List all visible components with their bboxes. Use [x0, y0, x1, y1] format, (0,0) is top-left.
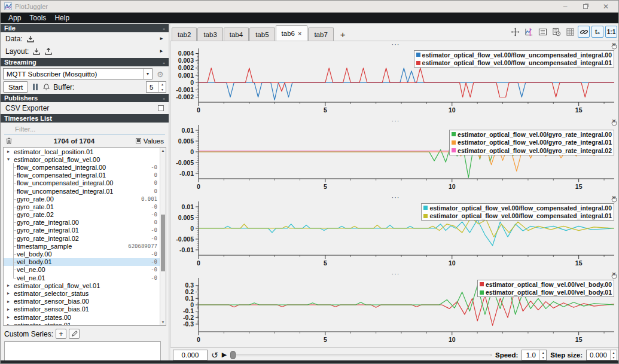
tab-tab4[interactable]: tab4: [224, 27, 249, 41]
tab-tab6[interactable]: tab6×: [276, 25, 308, 41]
slider-handle[interactable]: [230, 351, 236, 359]
tree-item[interactable]: flow_uncompensated_integral.000: [4, 179, 166, 187]
close-button[interactable]: ✕: [596, 1, 616, 13]
legend-entry[interactable]: estimator_optical_flow_vel.00/gyro_rate_…: [452, 130, 612, 139]
tree-item[interactable]: ▸estimator_selector_status: [4, 289, 166, 297]
plot-close-icon[interactable]: ×: [612, 118, 616, 124]
collapse-icon[interactable]: -: [163, 94, 165, 102]
pause-icon[interactable]: [31, 84, 39, 90]
tree-item[interactable]: ▸estimator_optical_flow_vel.01: [4, 282, 166, 289]
layout-load-icon[interactable]: [32, 47, 41, 56]
tree-collapsed-icon[interactable]: ▸: [7, 290, 14, 296]
play-icon[interactable]: ▶: [222, 351, 227, 359]
legend-entry[interactable]: estimator_optical_flow_vel.00/flow_uncom…: [416, 51, 612, 59]
grid-icon[interactable]: [564, 26, 576, 38]
legend-entry[interactable]: estimator_optical_flow_vel.00/flow_compe…: [423, 204, 612, 212]
tree-item[interactable]: gyro_rate.01-0: [4, 203, 166, 210]
tab-close-icon[interactable]: ×: [298, 30, 301, 37]
tree-item[interactable]: vel_ne.00-0: [4, 266, 166, 274]
speed-spinbox[interactable]: 1.0 ▲▼: [522, 350, 547, 360]
notifications-bell-icon[interactable]: [42, 83, 50, 91]
snapshot-icon[interactable]: [550, 26, 562, 38]
tab-tab5[interactable]: tab5: [249, 27, 275, 41]
tree-item[interactable]: ▸estimator_states.00: [4, 313, 166, 321]
tree-collapsed-icon[interactable]: ▸: [7, 283, 14, 288]
ratio-icon[interactable]: 1:1: [605, 26, 617, 38]
tree-item[interactable]: ▾estimator_optical_flow_vel.00: [4, 155, 166, 163]
spin-down-icon[interactable]: ▼: [611, 355, 617, 360]
tree-collapsed-icon[interactable]: ▸: [7, 314, 14, 320]
spin-up-icon[interactable]: ▲: [611, 350, 617, 355]
tree-collapsed-icon[interactable]: ▸: [7, 322, 14, 326]
section-header-publishers[interactable]: Publishers -: [1, 94, 169, 102]
tree-scrollbar[interactable]: ▲ ▼: [160, 148, 166, 325]
values-indicator-icon[interactable]: [136, 138, 141, 143]
streaming-settings-gear-icon[interactable]: ⚙: [157, 71, 165, 79]
tree-item[interactable]: ▸estimator_local_position.01: [4, 148, 166, 155]
tree-expanded-icon[interactable]: ▾: [7, 157, 14, 162]
minimize-button[interactable]: –: [555, 1, 575, 13]
restore-button[interactable]: [575, 1, 596, 13]
scroll-up-icon[interactable]: ▲: [160, 148, 166, 154]
loop-icon[interactable]: ↺: [211, 350, 218, 360]
legend-entry[interactable]: estimator_optical_flow_vel.00/gyro_rate_…: [452, 146, 612, 155]
plot-title-dots[interactable]: ···: [171, 41, 619, 48]
tree-item[interactable]: gyro_rate_integral.01-0: [4, 227, 166, 234]
tree-item[interactable]: flow_compensated_integral.00-0: [4, 163, 166, 171]
edit-custom-series-button[interactable]: [69, 329, 80, 339]
start-button[interactable]: Start: [3, 81, 28, 93]
tree-item[interactable]: vel_body.01-0: [4, 258, 166, 266]
tree-item[interactable]: vel_ne.01-0: [4, 274, 166, 282]
tree-item[interactable]: vel_body.00-0: [4, 250, 166, 258]
legend-entry[interactable]: estimator_optical_flow_vel.00/flow_compe…: [423, 212, 612, 221]
csv-exporter-checkbox[interactable]: [158, 105, 164, 111]
tree-collapsed-icon[interactable]: ▸: [7, 307, 14, 312]
tab-tab7[interactable]: tab7: [308, 27, 333, 41]
time-offset-icon[interactable]: t₀: [591, 26, 603, 38]
legend-toggle-icon[interactable]: [536, 26, 548, 38]
plot-close-icon[interactable]: ×: [612, 271, 616, 277]
tree-item[interactable]: ▸estimator_sensor_bias.01: [4, 305, 166, 313]
menu-item-tools[interactable]: Tools: [25, 14, 50, 22]
collapse-icon[interactable]: -: [163, 59, 165, 66]
menu-item-app[interactable]: App: [4, 14, 25, 22]
legend-entry[interactable]: estimator_optical_flow_vel.00/vel_body.0…: [480, 289, 612, 297]
delete-trash-icon[interactable]: [5, 137, 13, 145]
section-header-timeseries[interactable]: Timeseries List: [1, 114, 169, 123]
data-load-icon[interactable]: [26, 35, 35, 43]
time-display[interactable]: 0.000: [173, 350, 208, 360]
link-axes-icon[interactable]: [578, 26, 590, 38]
spin-down-icon[interactable]: ▼: [159, 87, 166, 93]
tree-item[interactable]: gyro_rate_integral.000: [4, 219, 166, 227]
filter-input[interactable]: Filter...: [4, 124, 165, 134]
streaming-source-select[interactable]: MQTT Subscriber (Mosquitto) ▾: [3, 68, 153, 79]
scroll-down-icon[interactable]: ▼: [160, 319, 166, 325]
tab-tab3[interactable]: tab3: [197, 27, 222, 41]
collapse-icon[interactable]: -: [163, 25, 165, 32]
menu-item-help[interactable]: Help: [50, 14, 74, 22]
tree-item[interactable]: gyro_rate.000.001: [4, 195, 166, 203]
section-header-streaming[interactable]: Streaming -: [1, 58, 169, 66]
add-custom-series-button[interactable]: +: [56, 329, 66, 339]
step-size-spinbox[interactable]: 0.000 ▲▼: [586, 350, 617, 360]
scrollbar-thumb[interactable]: [161, 215, 165, 271]
section-header-file[interactable]: File -: [1, 24, 169, 32]
tree-item[interactable]: flow_compensated_integral.010: [4, 172, 166, 179]
layout-submenu-icon[interactable]: ►: [159, 48, 164, 54]
plot-title-dots[interactable]: ···: [171, 270, 619, 277]
legend-entry[interactable]: estimator_optical_flow_vel.00/flow_uncom…: [416, 59, 612, 68]
legend-entry[interactable]: estimator_optical_flow_vel.00/vel_body.0…: [480, 280, 612, 289]
tree-collapsed-icon[interactable]: ▸: [7, 149, 14, 154]
buffer-spinbox[interactable]: 5 ▲▼: [146, 81, 166, 93]
plot-title-dots[interactable]: ···: [171, 194, 619, 201]
tree-item[interactable]: gyro_rate_integral.02-0: [4, 234, 166, 242]
pan-view-icon[interactable]: [509, 26, 521, 38]
tree-collapsed-icon[interactable]: ▸: [7, 299, 14, 304]
edit-curves-icon[interactable]: [523, 26, 535, 38]
tree-item[interactable]: gyro_rate.02-0: [4, 211, 166, 219]
data-submenu-icon[interactable]: ►: [159, 36, 164, 41]
add-tab-button[interactable]: +: [334, 29, 352, 39]
spin-down-icon[interactable]: ▼: [540, 355, 546, 360]
spin-up-icon[interactable]: ▲: [540, 350, 546, 355]
legend-entry[interactable]: estimator_optical_flow_vel.00/gyro_rate_…: [452, 139, 612, 147]
